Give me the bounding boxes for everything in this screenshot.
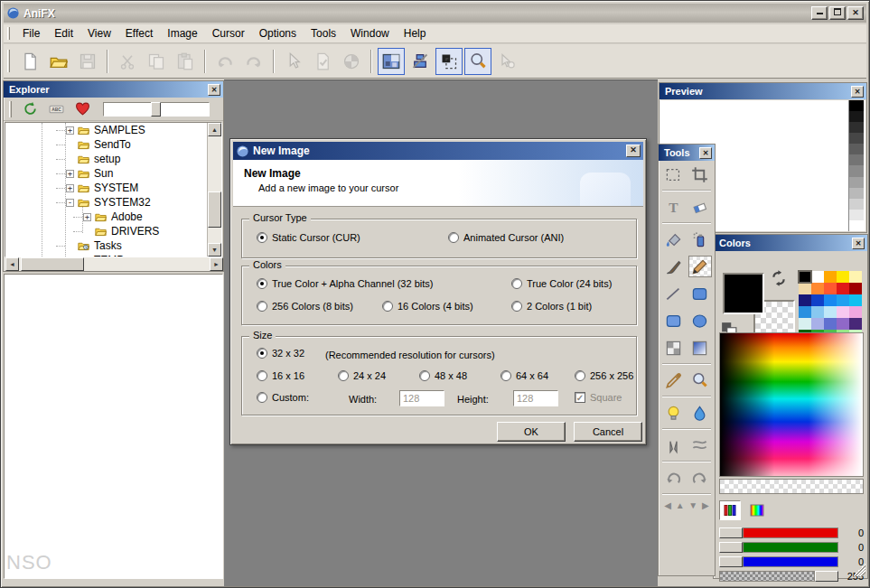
open-button[interactable] — [45, 48, 72, 75]
redo-button[interactable] — [240, 48, 267, 75]
palette-swatch[interactable] — [824, 318, 837, 330]
palette-swatch[interactable] — [849, 271, 862, 283]
rotate-left-tool[interactable] — [662, 467, 686, 489]
scroll-left-icon[interactable]: ◄ — [5, 257, 19, 271]
filled-rect-tool[interactable] — [662, 310, 686, 331]
menu-window[interactable]: Window — [343, 24, 397, 42]
rgb-sliders-button[interactable] — [719, 500, 741, 520]
radio-32bit[interactable] — [257, 278, 267, 289]
expand-icon[interactable]: + — [66, 170, 74, 178]
radio-8bit[interactable] — [257, 301, 267, 312]
toolbar-gripper[interactable] — [7, 50, 10, 73]
menu-help[interactable]: Help — [397, 24, 434, 42]
preview-titlebar[interactable]: Preview ✕ — [660, 83, 866, 99]
tree-item-adobe[interactable]: +Adobe — [73, 210, 221, 224]
text-tool[interactable]: T — [662, 196, 686, 218]
paste-button[interactable] — [172, 48, 199, 75]
menu-file[interactable]: File — [15, 24, 47, 42]
new-button[interactable] — [16, 48, 43, 75]
eraser-tool[interactable] — [688, 196, 712, 218]
palette-swatch[interactable] — [811, 271, 824, 283]
palette-swatch[interactable] — [799, 306, 811, 318]
green-slider[interactable]: 0 — [719, 540, 864, 554]
rainbow-color-picker[interactable] — [719, 332, 864, 477]
palette-swatch[interactable] — [799, 271, 811, 283]
palette-swatch[interactable] — [824, 294, 837, 306]
colors-titlebar[interactable]: Colors ✕ — [714, 235, 867, 251]
width-field[interactable] — [399, 390, 444, 406]
square-checkbox[interactable]: ✓ — [575, 392, 585, 403]
radio-size-24[interactable] — [338, 370, 349, 381]
tools-close-icon[interactable]: ✕ — [699, 147, 712, 159]
tree-vertical-scrollbar[interactable]: ▲ ▼ — [207, 123, 221, 257]
sharpen-tool[interactable] — [662, 434, 686, 456]
expand-icon[interactable]: + — [66, 184, 74, 192]
palette-swatch[interactable] — [811, 283, 824, 294]
test-cursor-button[interactable] — [493, 48, 520, 75]
gradient-fill-tool[interactable] — [688, 337, 712, 359]
radio-size-16[interactable] — [257, 370, 267, 381]
menu-gripper[interactable] — [7, 27, 10, 40]
dialog-close-icon[interactable]: ✕ — [626, 145, 641, 157]
refresh-button[interactable] — [17, 101, 43, 117]
swap-colors-icon[interactable] — [770, 269, 788, 287]
foreground-color-swatch[interactable] — [723, 273, 764, 314]
menu-options[interactable]: Options — [252, 24, 304, 42]
menu-tools[interactable]: Tools — [304, 24, 343, 42]
ellipse-tool[interactable] — [688, 310, 712, 331]
resize-grip[interactable] — [853, 564, 865, 576]
radio-size-64[interactable] — [500, 370, 511, 381]
line-tool[interactable] — [662, 283, 686, 304]
radio-24bit[interactable] — [511, 278, 522, 289]
explorer-zoom-slider[interactable] — [103, 102, 210, 117]
alpha-strip[interactable] — [719, 479, 864, 494]
radio-animated-cursor[interactable] — [448, 232, 459, 243]
copy-button[interactable] — [143, 48, 170, 75]
palette-swatch[interactable] — [837, 283, 849, 294]
fill-tool[interactable] — [662, 229, 686, 250]
minimize-button[interactable] — [811, 6, 828, 20]
marquee-select-tool[interactable] — [662, 163, 686, 185]
tree-item-system32[interactable]: -SYSTEM32 — [56, 195, 221, 210]
blue-slider-thumb[interactable] — [719, 556, 743, 567]
color-wheel-button[interactable] — [338, 48, 365, 75]
palette-swatch[interactable] — [849, 283, 862, 294]
brush-tool[interactable] — [662, 256, 686, 277]
palette-swatch[interactable] — [799, 294, 811, 306]
green-slider-thumb[interactable] — [719, 542, 743, 553]
dialog-titlebar[interactable]: New Image ✕ — [233, 142, 643, 160]
lighten-tool[interactable] — [662, 402, 686, 424]
expand-icon[interactable]: + — [66, 126, 74, 135]
checker-pattern-tool[interactable] — [662, 337, 686, 359]
selection-view-button[interactable] — [435, 48, 463, 75]
radio-size-custom[interactable] — [257, 392, 267, 403]
zoom-view-button[interactable] — [464, 48, 491, 75]
scroll-down-icon[interactable]: ▼ — [208, 243, 221, 257]
green-slider-track[interactable] — [743, 542, 838, 553]
hotspot-arrow-icon[interactable]: ▲ — [676, 500, 685, 510]
height-field[interactable] — [513, 390, 558, 406]
palette-swatch[interactable] — [849, 318, 862, 330]
pencil-tool[interactable] — [688, 256, 712, 277]
palette-swatch[interactable] — [824, 283, 837, 294]
favorites-button[interactable] — [70, 101, 96, 117]
spray-tool[interactable] — [688, 229, 712, 250]
tree-item-samples[interactable]: +SAMPLES — [56, 123, 221, 137]
palette-swatch[interactable] — [811, 306, 824, 318]
red-slider-thumb[interactable] — [719, 527, 743, 538]
rotate-right-tool[interactable] — [688, 467, 712, 489]
smudge-tool[interactable] — [688, 434, 712, 456]
maximize-button[interactable] — [829, 6, 846, 20]
cut-button[interactable] — [114, 48, 141, 75]
scroll-up-icon[interactable]: ▲ — [208, 123, 221, 136]
red-slider-track[interactable] — [743, 527, 838, 538]
collapse-icon[interactable]: - — [66, 199, 74, 207]
palette-swatch[interactable] — [824, 271, 837, 283]
palette-swatch[interactable] — [799, 318, 811, 330]
radio-4bit[interactable] — [382, 301, 393, 312]
preview-close-icon[interactable]: ✕ — [851, 86, 864, 98]
tree-item-sun[interactable]: +Sun — [56, 166, 221, 181]
tree-horizontal-scrollbar[interactable]: ◄ ► — [5, 257, 223, 271]
test-check-button[interactable] — [309, 48, 336, 75]
scrollbar-thumb[interactable] — [21, 257, 84, 271]
